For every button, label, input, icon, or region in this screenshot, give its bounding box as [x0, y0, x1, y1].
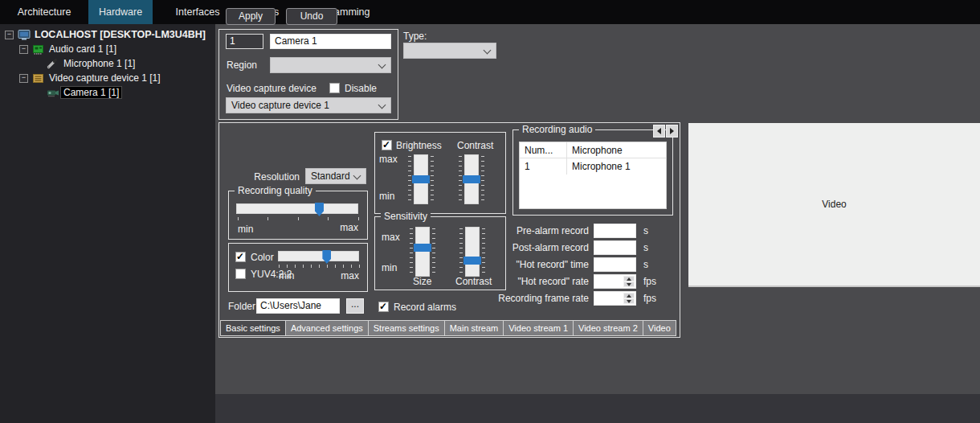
- tree-item-label: Camera 1 [1]: [61, 87, 121, 98]
- tree-item-microphone-1-1[interactable]: Microphone 1 [1]: [0, 56, 215, 71]
- device-label: Video capture device: [227, 83, 316, 94]
- spin-up-icon[interactable]: [623, 276, 635, 281]
- field-label: Pre-alarm record: [435, 224, 589, 238]
- contrast-label: Contrast: [457, 140, 493, 151]
- chevron-down-icon: [353, 172, 361, 180]
- recording-quality-slider[interactable]: [236, 203, 358, 214]
- spin-up-icon[interactable]: [623, 293, 635, 298]
- contrast-slider[interactable]: [464, 154, 479, 204]
- recording-quality-legend: Recording quality: [235, 185, 316, 196]
- camera-name-field[interactable]: Camera 1: [270, 34, 391, 49]
- table-row[interactable]: 1Microphone 1: [520, 158, 666, 175]
- camera-form: 1 Camera 1 Region Video capture device D…: [218, 29, 398, 120]
- recording-frame-rate-input[interactable]: [594, 291, 636, 306]
- video-preview-label: Video: [822, 199, 846, 210]
- camera-icon: [47, 88, 61, 97]
- app: ArchitectureHardwareInterfacesUsersProgr…: [0, 0, 980, 423]
- tree-item-camera-1-1[interactable]: Camera 1 [1]: [0, 85, 215, 100]
- hot-record-time-input[interactable]: [594, 257, 636, 272]
- tab-video[interactable]: Video: [643, 320, 676, 336]
- field-label: Recording frame rate: [435, 291, 589, 306]
- camera-id-field[interactable]: 1: [226, 34, 263, 49]
- tree-item-localhost-desktop-lm3u4bh[interactable]: −LOCALHOST [DESKTOP-LM3U4BH]: [0, 27, 215, 42]
- disable-label: Disable: [345, 83, 377, 94]
- brightness-slider[interactable]: [414, 154, 428, 204]
- menu-tab-architecture[interactable]: Architecture: [0, 0, 88, 24]
- tab-advanced-settings[interactable]: Advanced settings: [286, 320, 369, 336]
- unit-label: fps: [643, 291, 656, 306]
- table-header-row: Num...Microphone: [520, 142, 666, 158]
- post-alarm-record-input[interactable]: [594, 240, 636, 255]
- pre-alarm-record-input[interactable]: [594, 224, 636, 238]
- tab-main-stream[interactable]: Main stream: [445, 320, 504, 336]
- recording-audio-legend: Recording audio: [519, 124, 595, 135]
- device-select[interactable]: Video capture device 1: [226, 97, 391, 113]
- undo-button[interactable]: Undo: [286, 8, 337, 25]
- left-arrow-icon: [654, 128, 661, 134]
- expander-icon[interactable]: −: [5, 31, 14, 39]
- main-settings-panel: Resolution Standard Recording quality mi…: [218, 122, 680, 338]
- field-row-recording-frame-rate: Recording frame ratefps: [219, 291, 680, 307]
- menu-bar: ArchitectureHardwareInterfacesUsersProgr…: [0, 0, 980, 24]
- tree-item-audio-card-1-1[interactable]: −Audio card 1 [1]: [0, 42, 215, 56]
- column-header[interactable]: Microphone: [567, 142, 666, 158]
- audio-card-icon: [32, 44, 47, 55]
- right-arrow-icon: [670, 128, 677, 134]
- tab-basic-settings[interactable]: Basic settings: [220, 320, 286, 336]
- field-label: "Hot record" rate: [435, 274, 589, 289]
- slider-thumb[interactable]: [315, 203, 324, 216]
- chevron-down-icon: [484, 47, 492, 55]
- chevron-down-icon: [378, 61, 386, 69]
- monitor-icon: [18, 30, 32, 40]
- disable-checkbox[interactable]: [329, 83, 340, 93]
- brightness-checkbox[interactable]: [382, 140, 392, 150]
- resolution-select[interactable]: Standard: [305, 168, 366, 184]
- unit-label: fps: [643, 274, 656, 289]
- video-capture-icon: [32, 73, 47, 84]
- device-tree-panel: −LOCALHOST [DESKTOP-LM3U4BH]−Audio card …: [0, 24, 215, 423]
- slider-ticks: [431, 156, 434, 204]
- tab-video-stream-2[interactable]: Video stream 2: [574, 320, 643, 336]
- footer-bar: [215, 394, 980, 423]
- spin-down-icon[interactable]: [623, 298, 635, 304]
- slider-thumb[interactable]: [412, 175, 430, 183]
- type-label: Type:: [403, 31, 427, 42]
- unit-label: s: [643, 224, 648, 238]
- microphone-icon: [47, 58, 61, 69]
- tree-item-label: Video capture device 1 [1]: [47, 72, 163, 84]
- spin-down-icon[interactable]: [623, 281, 635, 287]
- tree-item-label: Audio card 1 [1]: [47, 43, 119, 55]
- field-row-hot-record-rate: "Hot record" ratefps: [219, 274, 680, 290]
- tab-streams-settings[interactable]: Streams settings: [369, 320, 445, 336]
- slider-ticks: [408, 156, 411, 204]
- type-select[interactable]: [403, 43, 496, 59]
- max-label: max: [379, 154, 398, 165]
- tree-item-label: Microphone 1 [1]: [61, 58, 137, 69]
- scroll-left-button[interactable]: [653, 125, 665, 138]
- region-select[interactable]: [270, 57, 391, 73]
- field-row-pre-alarm-record: Pre-alarm records: [219, 224, 680, 240]
- slider-thumb[interactable]: [463, 175, 480, 183]
- spinner-buttons[interactable]: [623, 276, 635, 287]
- expander-icon[interactable]: −: [19, 74, 28, 83]
- min-label: min: [379, 191, 394, 202]
- table-cell: 1: [520, 158, 567, 175]
- brightness-label: Brightness: [396, 140, 442, 151]
- expander-icon[interactable]: −: [19, 45, 28, 54]
- unit-label: s: [643, 257, 648, 272]
- column-header[interactable]: Num...: [520, 142, 567, 158]
- field-row-post-alarm-record: Post-alarm records: [219, 240, 680, 257]
- tab-video-stream-1[interactable]: Video stream 1: [504, 320, 574, 336]
- scroll-right-button[interactable]: [666, 125, 678, 138]
- hot-record-rate-input[interactable]: [594, 274, 636, 289]
- brightness-group: Brightness Contrast max min: [374, 132, 506, 214]
- region-label: Region: [227, 60, 257, 71]
- recording-audio-group: Recording audio Num...Microphone1Microph…: [512, 129, 673, 216]
- field-label: "Hot record" time: [435, 257, 589, 272]
- spinner-buttons[interactable]: [623, 293, 635, 304]
- menu-tab-hardware[interactable]: Hardware: [88, 0, 153, 24]
- tree-item-video-capture-device-1-1[interactable]: −Video capture device 1 [1]: [0, 71, 215, 85]
- device-tree: −LOCALHOST [DESKTOP-LM3U4BH]−Audio card …: [0, 24, 215, 100]
- apply-button[interactable]: Apply: [226, 8, 276, 25]
- slider-ticks: [459, 156, 462, 204]
